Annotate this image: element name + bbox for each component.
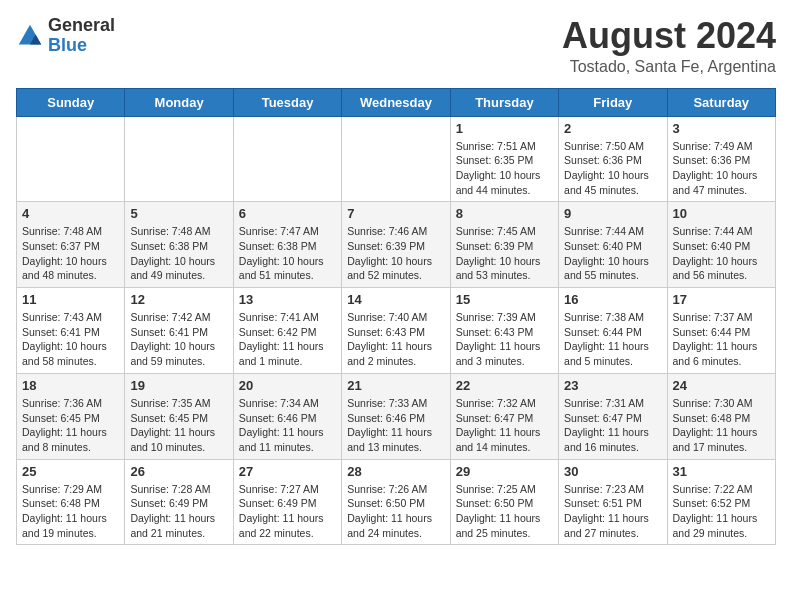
calendar-cell: 25Sunrise: 7:29 AM Sunset: 6:48 PM Dayli… bbox=[17, 459, 125, 545]
cell-info: Sunrise: 7:35 AM Sunset: 6:45 PM Dayligh… bbox=[130, 396, 227, 455]
date-number: 9 bbox=[564, 206, 661, 221]
date-number: 8 bbox=[456, 206, 553, 221]
day-header-wednesday: Wednesday bbox=[342, 88, 450, 116]
day-header-saturday: Saturday bbox=[667, 88, 775, 116]
date-number: 2 bbox=[564, 121, 661, 136]
calendar-cell: 22Sunrise: 7:32 AM Sunset: 6:47 PM Dayli… bbox=[450, 373, 558, 459]
week-row-2: 4Sunrise: 7:48 AM Sunset: 6:37 PM Daylig… bbox=[17, 202, 776, 288]
week-row-5: 25Sunrise: 7:29 AM Sunset: 6:48 PM Dayli… bbox=[17, 459, 776, 545]
calendar-cell: 28Sunrise: 7:26 AM Sunset: 6:50 PM Dayli… bbox=[342, 459, 450, 545]
day-header-monday: Monday bbox=[125, 88, 233, 116]
cell-info: Sunrise: 7:29 AM Sunset: 6:48 PM Dayligh… bbox=[22, 482, 119, 541]
date-number: 16 bbox=[564, 292, 661, 307]
calendar-cell: 10Sunrise: 7:44 AM Sunset: 6:40 PM Dayli… bbox=[667, 202, 775, 288]
date-number: 11 bbox=[22, 292, 119, 307]
cell-info: Sunrise: 7:34 AM Sunset: 6:46 PM Dayligh… bbox=[239, 396, 336, 455]
date-number: 28 bbox=[347, 464, 444, 479]
cell-info: Sunrise: 7:33 AM Sunset: 6:46 PM Dayligh… bbox=[347, 396, 444, 455]
cell-info: Sunrise: 7:28 AM Sunset: 6:49 PM Dayligh… bbox=[130, 482, 227, 541]
cell-info: Sunrise: 7:51 AM Sunset: 6:35 PM Dayligh… bbox=[456, 139, 553, 198]
date-number: 12 bbox=[130, 292, 227, 307]
calendar-cell: 19Sunrise: 7:35 AM Sunset: 6:45 PM Dayli… bbox=[125, 373, 233, 459]
cell-info: Sunrise: 7:48 AM Sunset: 6:37 PM Dayligh… bbox=[22, 224, 119, 283]
logo-blue-text: Blue bbox=[48, 36, 115, 56]
location: Tostado, Santa Fe, Argentina bbox=[562, 58, 776, 76]
date-number: 10 bbox=[673, 206, 770, 221]
date-number: 1 bbox=[456, 121, 553, 136]
calendar-cell: 13Sunrise: 7:41 AM Sunset: 6:42 PM Dayli… bbox=[233, 288, 341, 374]
calendar-cell: 8Sunrise: 7:45 AM Sunset: 6:39 PM Daylig… bbox=[450, 202, 558, 288]
logo-icon bbox=[16, 22, 44, 50]
date-number: 13 bbox=[239, 292, 336, 307]
calendar-cell bbox=[125, 116, 233, 202]
cell-info: Sunrise: 7:27 AM Sunset: 6:49 PM Dayligh… bbox=[239, 482, 336, 541]
date-number: 24 bbox=[673, 378, 770, 393]
date-number: 25 bbox=[22, 464, 119, 479]
cell-info: Sunrise: 7:38 AM Sunset: 6:44 PM Dayligh… bbox=[564, 310, 661, 369]
calendar-cell: 11Sunrise: 7:43 AM Sunset: 6:41 PM Dayli… bbox=[17, 288, 125, 374]
cell-info: Sunrise: 7:50 AM Sunset: 6:36 PM Dayligh… bbox=[564, 139, 661, 198]
calendar-cell: 23Sunrise: 7:31 AM Sunset: 6:47 PM Dayli… bbox=[559, 373, 667, 459]
week-row-3: 11Sunrise: 7:43 AM Sunset: 6:41 PM Dayli… bbox=[17, 288, 776, 374]
date-number: 23 bbox=[564, 378, 661, 393]
date-number: 26 bbox=[130, 464, 227, 479]
calendar-cell: 1Sunrise: 7:51 AM Sunset: 6:35 PM Daylig… bbox=[450, 116, 558, 202]
cell-info: Sunrise: 7:46 AM Sunset: 6:39 PM Dayligh… bbox=[347, 224, 444, 283]
date-number: 17 bbox=[673, 292, 770, 307]
date-number: 14 bbox=[347, 292, 444, 307]
date-number: 30 bbox=[564, 464, 661, 479]
cell-info: Sunrise: 7:32 AM Sunset: 6:47 PM Dayligh… bbox=[456, 396, 553, 455]
calendar-cell: 4Sunrise: 7:48 AM Sunset: 6:37 PM Daylig… bbox=[17, 202, 125, 288]
calendar-cell: 18Sunrise: 7:36 AM Sunset: 6:45 PM Dayli… bbox=[17, 373, 125, 459]
calendar-cell: 12Sunrise: 7:42 AM Sunset: 6:41 PM Dayli… bbox=[125, 288, 233, 374]
date-number: 19 bbox=[130, 378, 227, 393]
calendar-cell: 3Sunrise: 7:49 AM Sunset: 6:36 PM Daylig… bbox=[667, 116, 775, 202]
title-area: August 2024 Tostado, Santa Fe, Argentina bbox=[562, 16, 776, 76]
cell-info: Sunrise: 7:41 AM Sunset: 6:42 PM Dayligh… bbox=[239, 310, 336, 369]
calendar-cell: 5Sunrise: 7:48 AM Sunset: 6:38 PM Daylig… bbox=[125, 202, 233, 288]
cell-info: Sunrise: 7:25 AM Sunset: 6:50 PM Dayligh… bbox=[456, 482, 553, 541]
cell-info: Sunrise: 7:36 AM Sunset: 6:45 PM Dayligh… bbox=[22, 396, 119, 455]
date-number: 4 bbox=[22, 206, 119, 221]
calendar-table: SundayMondayTuesdayWednesdayThursdayFrid… bbox=[16, 88, 776, 546]
cell-info: Sunrise: 7:31 AM Sunset: 6:47 PM Dayligh… bbox=[564, 396, 661, 455]
cell-info: Sunrise: 7:49 AM Sunset: 6:36 PM Dayligh… bbox=[673, 139, 770, 198]
calendar-cell: 26Sunrise: 7:28 AM Sunset: 6:49 PM Dayli… bbox=[125, 459, 233, 545]
date-number: 27 bbox=[239, 464, 336, 479]
date-number: 29 bbox=[456, 464, 553, 479]
day-header-sunday: Sunday bbox=[17, 88, 125, 116]
cell-info: Sunrise: 7:44 AM Sunset: 6:40 PM Dayligh… bbox=[564, 224, 661, 283]
day-header-tuesday: Tuesday bbox=[233, 88, 341, 116]
logo-general-text: General bbox=[48, 16, 115, 36]
week-row-4: 18Sunrise: 7:36 AM Sunset: 6:45 PM Dayli… bbox=[17, 373, 776, 459]
cell-info: Sunrise: 7:48 AM Sunset: 6:38 PM Dayligh… bbox=[130, 224, 227, 283]
day-header-row: SundayMondayTuesdayWednesdayThursdayFrid… bbox=[17, 88, 776, 116]
calendar-cell: 30Sunrise: 7:23 AM Sunset: 6:51 PM Dayli… bbox=[559, 459, 667, 545]
calendar-cell: 7Sunrise: 7:46 AM Sunset: 6:39 PM Daylig… bbox=[342, 202, 450, 288]
calendar-cell: 24Sunrise: 7:30 AM Sunset: 6:48 PM Dayli… bbox=[667, 373, 775, 459]
week-row-1: 1Sunrise: 7:51 AM Sunset: 6:35 PM Daylig… bbox=[17, 116, 776, 202]
cell-info: Sunrise: 7:45 AM Sunset: 6:39 PM Dayligh… bbox=[456, 224, 553, 283]
cell-info: Sunrise: 7:22 AM Sunset: 6:52 PM Dayligh… bbox=[673, 482, 770, 541]
cell-info: Sunrise: 7:30 AM Sunset: 6:48 PM Dayligh… bbox=[673, 396, 770, 455]
cell-info: Sunrise: 7:47 AM Sunset: 6:38 PM Dayligh… bbox=[239, 224, 336, 283]
day-header-thursday: Thursday bbox=[450, 88, 558, 116]
cell-info: Sunrise: 7:40 AM Sunset: 6:43 PM Dayligh… bbox=[347, 310, 444, 369]
date-number: 22 bbox=[456, 378, 553, 393]
cell-info: Sunrise: 7:23 AM Sunset: 6:51 PM Dayligh… bbox=[564, 482, 661, 541]
calendar-cell: 27Sunrise: 7:27 AM Sunset: 6:49 PM Dayli… bbox=[233, 459, 341, 545]
calendar-cell: 14Sunrise: 7:40 AM Sunset: 6:43 PM Dayli… bbox=[342, 288, 450, 374]
calendar-cell: 16Sunrise: 7:38 AM Sunset: 6:44 PM Dayli… bbox=[559, 288, 667, 374]
calendar-cell: 2Sunrise: 7:50 AM Sunset: 6:36 PM Daylig… bbox=[559, 116, 667, 202]
date-number: 6 bbox=[239, 206, 336, 221]
header: General Blue August 2024 Tostado, Santa … bbox=[16, 16, 776, 76]
cell-info: Sunrise: 7:37 AM Sunset: 6:44 PM Dayligh… bbox=[673, 310, 770, 369]
calendar-cell: 17Sunrise: 7:37 AM Sunset: 6:44 PM Dayli… bbox=[667, 288, 775, 374]
calendar-cell: 15Sunrise: 7:39 AM Sunset: 6:43 PM Dayli… bbox=[450, 288, 558, 374]
calendar-cell: 29Sunrise: 7:25 AM Sunset: 6:50 PM Dayli… bbox=[450, 459, 558, 545]
calendar-cell: 9Sunrise: 7:44 AM Sunset: 6:40 PM Daylig… bbox=[559, 202, 667, 288]
date-number: 21 bbox=[347, 378, 444, 393]
date-number: 3 bbox=[673, 121, 770, 136]
date-number: 15 bbox=[456, 292, 553, 307]
calendar-cell bbox=[233, 116, 341, 202]
